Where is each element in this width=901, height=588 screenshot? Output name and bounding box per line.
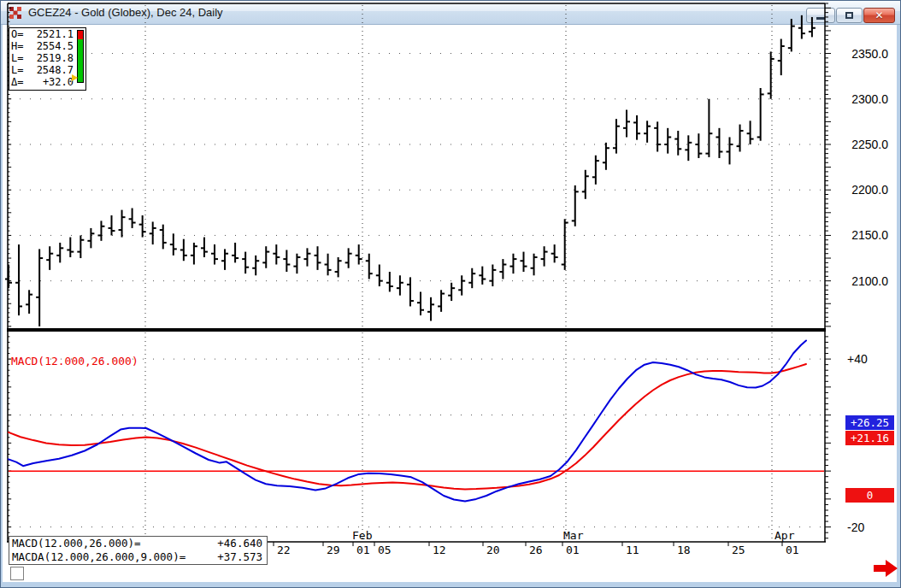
month-label: Mar — [563, 529, 584, 542]
date-label: 01 — [786, 544, 799, 556]
quote-box: O=2521.1H=2554.5L=2519.8L=2548.7Δ=+32.0 — [9, 27, 86, 91]
macd-values-box: MACD(12.000,26.000)=+46.640MACDA(12.000,… — [9, 536, 268, 565]
indicator-value-row: MACDA(12.000,26.000,9.000)=+37.573 — [9, 550, 267, 564]
date-label: 11 — [626, 544, 639, 556]
date-label: 12 — [433, 544, 446, 556]
gauge-marker-icon — [72, 74, 78, 81]
indicator-name: MACD(12.000,26.000)= — [12, 537, 141, 550]
quote-field-label: H= — [11, 40, 23, 52]
price-axis-label: 2100.0 — [851, 274, 888, 288]
range-gauge — [77, 30, 84, 83]
date-label: 05 — [378, 544, 392, 556]
price-axis-label: 2200.0 — [851, 183, 888, 197]
gauge-upper-segment — [78, 31, 83, 39]
chart-canvas[interactable]: 2350.02300.02250.02200.02150.02100.0+40-… — [0, 0, 900, 565]
date-label: 26 — [529, 544, 543, 556]
quote-field-value: 2548.7 — [37, 64, 74, 76]
price-axis-label: 2250.0 — [851, 138, 888, 151]
axis-value-badge: 0 — [845, 488, 894, 503]
date-label: 18 — [677, 544, 691, 556]
macd-axis-label: -20 — [847, 520, 864, 534]
month-label: Feb — [352, 529, 373, 542]
quote-field-value: +32.0 — [43, 76, 74, 88]
date-label: 20 — [486, 544, 500, 556]
macd-axis-label: +40 — [847, 352, 868, 366]
date-label: 01 — [566, 544, 580, 556]
date-label: 01 — [356, 544, 370, 556]
price-axis-label: 2150.0 — [851, 228, 888, 242]
quote-field-value: 2519.8 — [37, 52, 74, 64]
macd-indicator-label: MACD(12.000,26.000) — [11, 355, 138, 368]
indicator-name: MACDA(12.000,26.000,9.000)= — [12, 550, 186, 564]
indicator-value-row: MACD(12.000,26.000)=+46.640 — [9, 537, 267, 550]
price-axis-label: 2350.0 — [851, 47, 888, 61]
quote-field-value: 2521.1 — [37, 28, 74, 40]
panel-divider — [7, 328, 826, 332]
quote-field-label: L= — [11, 52, 23, 64]
axis-value-badge: +21.16 — [845, 431, 894, 445]
axis-value-badge: +26.25 — [845, 415, 894, 430]
quote-field-value: 2554.5 — [37, 40, 74, 52]
quote-field-label: Δ= — [11, 76, 23, 88]
date-label: 29 — [327, 544, 340, 556]
scroll-right-arrow[interactable] — [873, 559, 898, 578]
quote-row: L=2519.8 — [9, 52, 85, 64]
price-axis-label: 2300.0 — [851, 92, 888, 106]
indicator-value: +37.573 — [217, 550, 262, 564]
quote-row: O=2521.1 — [9, 28, 85, 40]
resize-grip[interactable] — [10, 567, 24, 580]
date-label: 22 — [277, 544, 291, 556]
indicator-value: +46.640 — [217, 537, 262, 550]
quote-field-label: L= — [11, 64, 23, 76]
date-label: 25 — [732, 544, 745, 556]
app-window: GCEZ24 - Gold (Globex), Dec 24, Daily ✕ … — [0, 0, 901, 588]
month-label: Apr — [774, 529, 795, 542]
quote-row: H=2554.5 — [9, 40, 85, 52]
quote-field-label: O= — [11, 28, 23, 40]
